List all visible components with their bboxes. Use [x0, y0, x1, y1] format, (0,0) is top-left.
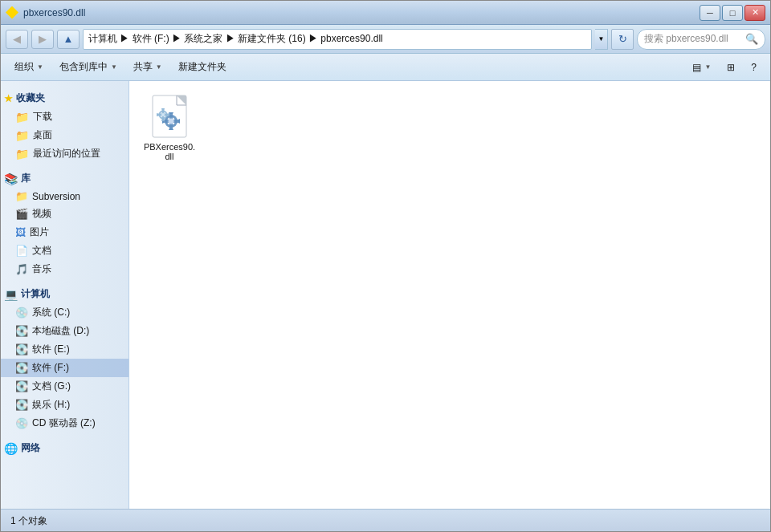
g-drive-icon: 💽 [15, 380, 28, 392]
search-placeholder: 搜索 pbxerces90.dll [644, 32, 728, 46]
picture-icon: 🖼 [15, 226, 26, 238]
z-drive-icon: 💿 [15, 417, 28, 429]
subversion-icon: 📁 [15, 190, 28, 202]
sidebar-item-picture[interactable]: 🖼 图片 [1, 223, 128, 242]
sidebar-item-c-drive[interactable]: 💿 系统 (C:) [1, 303, 128, 322]
address-bar-row: ◀ ▶ ▲ 计算机 ▶ 软件 (F:) ▶ 系统之家 ▶ 新建文件夹 (16) … [1, 25, 770, 54]
title-bar: pbxerces90.dll ─ □ ✕ [1, 1, 770, 25]
network-section: 🌐 网络 [1, 436, 128, 461]
music-icon: 🎵 [15, 263, 28, 275]
sidebar-item-d-drive[interactable]: 💽 本地磁盘 (D:) [1, 322, 128, 340]
sidebar-item-z-drive[interactable]: 💿 CD 驱动器 (Z:) [1, 414, 128, 433]
forward-button[interactable]: ▶ [31, 30, 54, 49]
back-button[interactable]: ◀ [6, 30, 28, 49]
library-header[interactable]: 📚 库 [1, 169, 128, 188]
e-drive-icon: 💽 [15, 343, 28, 355]
address-text: 计算机 ▶ 软件 (F:) ▶ 系统之家 ▶ 新建文件夹 (16) ▶ pbxe… [88, 32, 383, 46]
file-name: PBXerces90.dll [142, 142, 197, 161]
view-toggle-button[interactable]: ▤ ▼ [685, 57, 718, 78]
search-box[interactable]: 搜索 pbxerces90.dll 🔍 [637, 29, 765, 50]
main-area: ★ 收藏夹 📁 下载 📁 桌面 📁 最近访问的位置 📚 库 [1, 81, 770, 509]
status-bar: 1 个对象 [1, 509, 770, 532]
sidebar-item-document[interactable]: 📄 文档 [1, 242, 128, 260]
svg-point-11 [169, 119, 174, 124]
toolbar: 组织 ▼ 包含到库中 ▼ 共享 ▼ 新建文件夹 ▤ ▼ ⊞ ? [1, 54, 770, 81]
h-drive-icon: 💽 [15, 399, 28, 411]
library-icon: 📚 [4, 173, 18, 185]
svg-marker-17 [169, 113, 170, 116]
share-chevron: ▼ [156, 63, 162, 71]
title-bar-left: pbxerces90.dll [6, 6, 85, 19]
sidebar-item-subversion[interactable]: 📁 Subversion [1, 188, 128, 205]
svg-marker-18 [161, 108, 165, 110]
organize-chevron: ▼ [37, 63, 43, 71]
computer-section: 💻 计算机 💿 系统 (C:) 💽 本地磁盘 (D:) 💽 软件 (E:) 💽 … [1, 282, 128, 436]
refresh-button[interactable]: ↻ [611, 29, 634, 50]
sidebar: ★ 收藏夹 📁 下载 📁 桌面 📁 最近访问的位置 📚 库 [1, 81, 129, 509]
share-button[interactable]: 共享 ▼ [126, 57, 169, 78]
window-controls: ─ □ ✕ [700, 5, 765, 21]
svg-marker-8 [178, 119, 180, 124]
star-icon: ★ [4, 93, 13, 104]
organize-button[interactable]: 组织 ▼ [7, 57, 51, 78]
view-chevron: ▼ [704, 63, 711, 71]
svg-point-20 [161, 113, 165, 116]
sidebar-item-g-drive[interactable]: 💽 文档 (G:) [1, 377, 128, 396]
include-library-button[interactable]: 包含到库中 ▼ [52, 57, 124, 78]
sidebar-item-download[interactable]: 📁 下载 [1, 108, 128, 126]
address-dropdown-button[interactable]: ▼ [595, 29, 608, 50]
up-button[interactable]: ▲ [57, 30, 80, 49]
desktop-folder-icon: 📁 [15, 129, 29, 142]
help-button[interactable]: ? [744, 57, 764, 78]
search-icon: 🔍 [745, 33, 758, 45]
file-item-pbxerces[interactable]: PBXerces90.dll [137, 89, 202, 166]
sidebar-item-desktop[interactable]: 📁 桌面 [1, 126, 128, 144]
window-icon [6, 6, 18, 19]
download-folder-icon: 📁 [15, 111, 29, 124]
c-drive-icon: 💿 [15, 307, 28, 319]
sidebar-item-h-drive[interactable]: 💽 娱乐 (H:) [1, 396, 128, 414]
library-section: 📚 库 📁 Subversion 🎬 视频 🖼 图片 📄 文档 🎵 音乐 [1, 166, 128, 282]
dll-gear-icon [150, 94, 189, 139]
content-area: PBXerces90.dll [129, 81, 770, 509]
maximize-button[interactable]: □ [722, 5, 743, 21]
network-icon: 🌐 [4, 442, 18, 455]
svg-marker-19 [161, 120, 165, 122]
sidebar-item-music[interactable]: 🎵 音乐 [1, 260, 128, 278]
layout-button[interactable]: ⊞ [720, 57, 742, 78]
recent-folder-icon: 📁 [15, 148, 29, 160]
svg-marker-10 [169, 128, 173, 130]
doc-icon: 📄 [15, 245, 28, 257]
computer-header[interactable]: 💻 计算机 [1, 285, 128, 303]
sidebar-item-f-drive[interactable]: 💽 软件 (F:) [1, 359, 128, 377]
window-title: pbxerces90.dll [23, 7, 85, 18]
file-icon [150, 94, 189, 139]
library-chevron: ▼ [111, 63, 117, 71]
view-icon: ▤ [692, 62, 701, 73]
layout-icon: ⊞ [727, 62, 735, 73]
sidebar-item-video[interactable]: 🎬 视频 [1, 205, 128, 223]
new-folder-button[interactable]: 新建文件夹 [171, 57, 234, 78]
address-bar[interactable]: 计算机 ▶ 软件 (F:) ▶ 系统之家 ▶ 新建文件夹 (16) ▶ pbxe… [83, 29, 592, 50]
computer-icon: 💻 [4, 288, 18, 301]
favorites-section: ★ 收藏夹 📁 下载 📁 桌面 📁 最近访问的位置 [1, 86, 128, 166]
f-drive-icon: 💽 [15, 362, 28, 374]
video-icon: 🎬 [15, 208, 28, 220]
favorites-header[interactable]: ★ 收藏夹 [1, 89, 128, 108]
minimize-button[interactable]: ─ [700, 5, 720, 21]
d-drive-icon: 💽 [15, 325, 28, 337]
network-header[interactable]: 🌐 网络 [1, 439, 128, 457]
help-icon: ? [751, 62, 757, 73]
sidebar-item-e-drive[interactable]: 💽 软件 (E:) [1, 340, 128, 359]
status-text: 1 个对象 [10, 514, 47, 528]
svg-marker-16 [157, 113, 158, 116]
sidebar-item-recent[interactable]: 📁 最近访问的位置 [1, 144, 128, 163]
close-button[interactable]: ✕ [744, 5, 765, 21]
